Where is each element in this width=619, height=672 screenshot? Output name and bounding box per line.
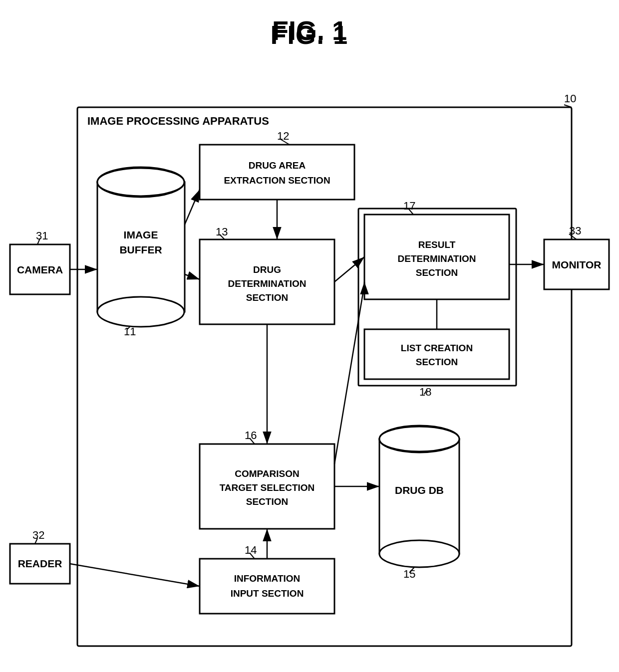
drug-db-bottom (379, 540, 459, 567)
drug-det-label3: SECTION (246, 292, 288, 303)
image-buffer-bottom (97, 297, 184, 327)
ref-10: 10 (564, 92, 576, 105)
comparison-label1: COMPARISON (235, 468, 299, 479)
image-buffer-label2: BUFFER (119, 244, 162, 255)
drug-det-label2: DETERMINATION (228, 278, 307, 289)
ref-31: 31 (36, 229, 48, 242)
camera-label: CAMERA (17, 264, 63, 275)
result-det-label3: SECTION (416, 267, 458, 278)
reader-label: READER (18, 558, 62, 569)
comparison-label3: SECTION (246, 496, 288, 507)
drug-area-box (200, 145, 354, 200)
info-input-label1: INFORMATION (234, 573, 301, 584)
image-buffer-label1: IMAGE (124, 229, 158, 240)
ref-32: 32 (32, 529, 44, 541)
comparison-label2: TARGET SELECTION (220, 482, 315, 493)
drug-area-label2: EXTRACTION SECTION (224, 175, 330, 186)
result-det-label1: RESULT (418, 239, 456, 250)
list-creation-box (364, 329, 509, 379)
drug-db-label1: DRUG DB (395, 484, 444, 496)
drug-area-label1: DRUG AREA (249, 160, 306, 171)
info-input-label2: INPUT SECTION (231, 588, 304, 599)
apparatus-label: IMAGE PROCESSING APPARATUS (87, 115, 269, 127)
info-input-box (200, 559, 334, 614)
list-creation-label1: LIST CREATION (401, 343, 473, 353)
page-container: FIG. 1 FIG. 1 IMAGE PROCESSING APPARATUS… (0, 0, 619, 672)
monitor-label: MONITOR (552, 259, 602, 270)
list-creation-label2: SECTION (416, 357, 458, 367)
ref-15: 15 (403, 568, 415, 580)
drug-db-body (379, 439, 459, 554)
fig-title-svg: FIG. 1 (272, 15, 347, 45)
drug-det-label1: DRUG (253, 264, 281, 275)
result-det-label2: DETERMINATION (398, 253, 476, 264)
